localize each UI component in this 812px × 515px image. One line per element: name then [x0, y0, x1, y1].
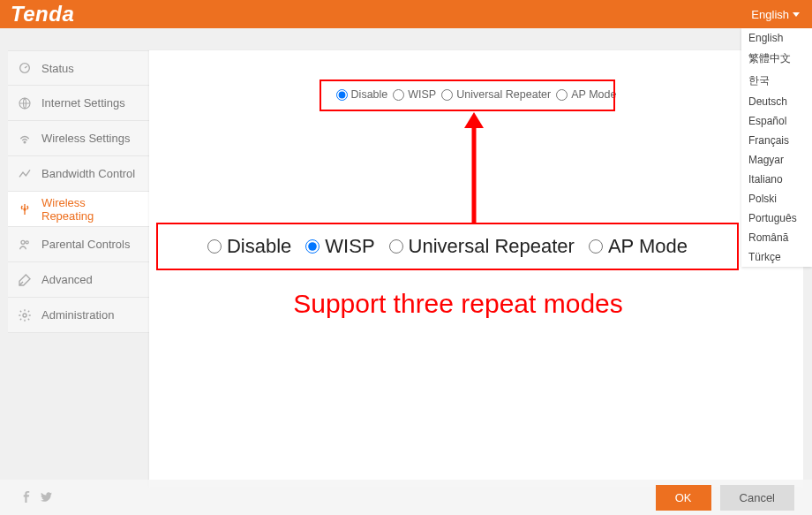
sidebar-icon — [17, 201, 33, 217]
language-option[interactable]: 한국 — [741, 70, 812, 92]
mode-option-disable[interactable]: Disable — [336, 88, 388, 101]
sidebar-item-label: Administration — [41, 308, 114, 322]
mode-label: WISP — [325, 235, 374, 258]
footer-bar: OK Cancel — [0, 480, 812, 515]
mode-label: Disable — [227, 235, 291, 258]
mode-option-universal-repeater[interactable]: Universal Repeater — [389, 235, 575, 258]
app-header: Tenda English — [0, 0, 812, 28]
main-content: DisableWISPUniversal RepeaterAP Mode Dis… — [149, 50, 803, 488]
language-option[interactable]: Français — [741, 131, 812, 150]
sidebar-item-label: Internet Settings — [41, 96, 125, 110]
sidebar-icon — [17, 166, 33, 182]
sidebar-icon — [17, 307, 33, 323]
twitter-icon[interactable] — [40, 490, 53, 505]
sidebar-icon — [17, 237, 33, 253]
caret-down-icon — [793, 12, 800, 17]
language-option[interactable]: Türkçe — [741, 247, 812, 267]
footer-socials — [21, 490, 53, 505]
mode-option-wisp[interactable]: WISP — [393, 88, 436, 101]
mode-label: Disable — [351, 88, 388, 101]
mode-radio[interactable] — [305, 239, 320, 254]
brand-logo: Tenda — [11, 2, 74, 27]
sidebar-item-status[interactable]: Status — [8, 50, 149, 86]
mode-radio[interactable] — [441, 89, 453, 101]
sidebar-item-parental-controls[interactable]: Parental Controls — [8, 227, 149, 262]
language-option[interactable]: Italiano — [741, 170, 812, 189]
sidebar-item-label: Advanced — [41, 273, 93, 286]
mode-label: Universal Repeater — [409, 235, 575, 258]
sidebar-icon — [17, 60, 33, 76]
mode-radio[interactable] — [207, 239, 222, 254]
sidebar-icon — [17, 131, 33, 147]
mode-radio[interactable] — [589, 239, 603, 254]
annotation-arrow-icon — [461, 112, 487, 227]
sidebar-item-wireless-settings[interactable]: Wireless Settings — [8, 121, 149, 156]
language-option[interactable]: 繁體中文 — [741, 48, 812, 70]
sidebar-item-advanced[interactable]: Advanced — [8, 262, 149, 298]
mode-radio[interactable] — [336, 89, 348, 101]
current-language-label: English — [751, 8, 789, 21]
mode-option-ap-mode[interactable]: AP Mode — [589, 235, 688, 258]
svg-point-6 — [23, 314, 26, 317]
sidebar-item-label: Status — [41, 62, 74, 75]
language-option[interactable]: Português — [741, 208, 812, 228]
mode-label: WISP — [408, 88, 436, 101]
language-option[interactable]: Español — [741, 111, 812, 131]
language-dropdown-menu: English繁體中文한국DeutschEspañolFrançaisMagya… — [741, 28, 812, 267]
mode-radio[interactable] — [556, 89, 568, 101]
mode-option-ap-mode[interactable]: AP Mode — [556, 88, 616, 101]
mode-label: AP Mode — [571, 88, 616, 101]
mode-radio[interactable] — [393, 89, 404, 101]
annotation-caption: Support three repeat modes — [211, 289, 705, 319]
mode-label: Universal Repeater — [456, 88, 551, 101]
language-dropdown-toggle[interactable]: English — [751, 8, 800, 21]
language-option[interactable]: Magyar — [741, 150, 812, 170]
svg-point-4 — [21, 240, 25, 244]
sidebar-item-label: Wireless Repeating — [41, 196, 140, 223]
language-option[interactable]: Polski — [741, 189, 812, 208]
sidebar-nav: StatusInternet SettingsWireless Settings… — [8, 50, 149, 488]
sidebar-item-label: Bandwidth Control — [41, 167, 135, 180]
mode-option-disable[interactable]: Disable — [207, 235, 291, 258]
svg-point-5 — [26, 240, 28, 243]
repeating-mode-panel: DisableWISPUniversal RepeaterAP Mode — [167, 75, 786, 117]
sidebar-item-bandwidth-control[interactable]: Bandwidth Control — [8, 156, 149, 192]
mode-option-universal-repeater[interactable]: Universal Repeater — [441, 88, 551, 101]
sidebar-item-wireless-repeating[interactable]: Wireless Repeating — [8, 192, 149, 227]
sidebar-icon — [17, 272, 33, 288]
sidebar-icon — [17, 95, 33, 111]
cancel-button[interactable]: Cancel — [720, 485, 794, 511]
svg-point-3 — [24, 208, 26, 210]
facebook-icon[interactable] — [21, 490, 33, 505]
repeating-mode-radios: DisableWISPUniversal RepeaterAP Mode — [336, 88, 617, 101]
sidebar-item-administration[interactable]: Administration — [8, 298, 149, 333]
ok-button[interactable]: OK — [656, 485, 711, 511]
mode-radio[interactable] — [389, 239, 403, 254]
annotation-zoomed-radios: DisableWISPUniversal RepeaterAP Mode — [156, 223, 739, 270]
sidebar-item-label: Parental Controls — [41, 238, 130, 251]
page-body: StatusInternet SettingsWireless Settings… — [0, 28, 812, 488]
language-option[interactable]: Română — [741, 228, 812, 247]
sidebar-item-internet-settings[interactable]: Internet Settings — [8, 86, 149, 121]
mode-label: AP Mode — [608, 235, 688, 258]
footer-buttons: OK Cancel — [656, 485, 794, 511]
mode-option-wisp[interactable]: WISP — [305, 235, 374, 258]
language-option[interactable]: Deutsch — [741, 92, 812, 111]
svg-point-2 — [24, 141, 26, 143]
sidebar-item-label: Wireless Settings — [41, 132, 130, 145]
language-option[interactable]: English — [741, 28, 812, 48]
